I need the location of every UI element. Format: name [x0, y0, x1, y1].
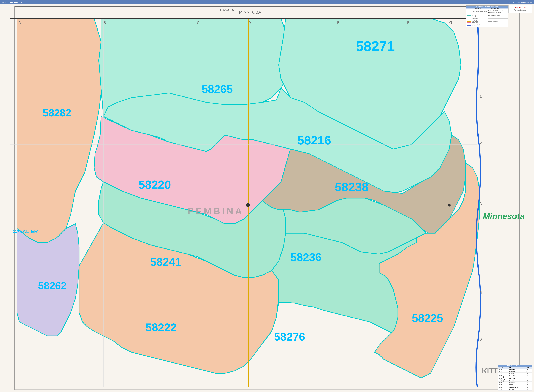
svg-text:B: B: [103, 20, 106, 25]
map-area: 58271 58265 58282 58216 58220 58238 5826…: [0, 4, 181, 133]
map-svg: 58271 58265 58282 58216 58220 58238 5826…: [0, 4, 181, 133]
zip-58282-label: 58282: [43, 107, 71, 118]
page-title: PEMBINA COUNTY, ND: [2, 1, 23, 3]
page-header: PEMBINA COUNTY, ND 2021 ZIP Code ColorCa…: [0, 0, 181, 4]
svg-text:A: A: [19, 20, 21, 25]
